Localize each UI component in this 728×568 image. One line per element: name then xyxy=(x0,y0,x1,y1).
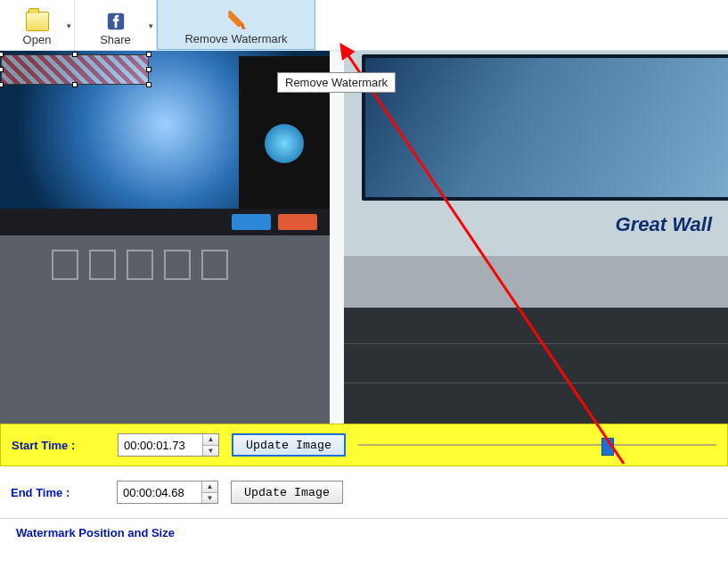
watermark-selection-box[interactable] xyxy=(1,54,149,85)
monitor-brand-text: Great Wall xyxy=(616,213,712,236)
end-time-label: End Time : xyxy=(11,486,104,499)
resize-handle-mr[interactable] xyxy=(146,67,151,72)
open-button[interactable]: Open ▾ xyxy=(0,0,75,50)
time-slider[interactable] xyxy=(358,436,716,454)
start-time-spinner: ▲ ▼ xyxy=(118,433,219,457)
resize-handle-br[interactable] xyxy=(146,82,151,87)
facebook-icon xyxy=(104,12,127,31)
tooltip-remove-watermark: Remove Watermark xyxy=(277,72,396,93)
end-time-down[interactable]: ▼ xyxy=(202,493,217,504)
share-button[interactable]: Share ▾ xyxy=(75,0,157,50)
preview-tile-right: Great Wall xyxy=(344,51,728,424)
start-time-input[interactable] xyxy=(119,434,202,456)
resize-handle-tm[interactable] xyxy=(72,52,78,57)
start-time-label: Start Time : xyxy=(12,439,105,452)
preview-tile-bottom-left xyxy=(0,235,330,424)
remove-watermark-button[interactable]: Remove Watermark xyxy=(157,0,315,50)
end-time-spinner: ▲ ▼ xyxy=(117,481,218,504)
start-time-down[interactable]: ▼ xyxy=(203,446,218,457)
player-logo-icon xyxy=(265,124,304,163)
end-update-image-button[interactable]: Update Image xyxy=(231,481,343,504)
open-label: Open xyxy=(23,33,52,46)
resize-handle-bl[interactable] xyxy=(0,82,4,87)
resize-handle-bm[interactable] xyxy=(72,82,78,87)
start-time-row: Start Time : ▲ ▼ Update Image xyxy=(0,424,728,466)
resize-handle-tl[interactable] xyxy=(0,52,4,57)
resize-handle-tr[interactable] xyxy=(146,52,151,57)
resize-handle-ml[interactable] xyxy=(0,67,4,72)
folder-icon xyxy=(26,12,49,31)
share-label: Share xyxy=(100,33,131,46)
remove-watermark-icon xyxy=(225,11,248,30)
remove-watermark-label: Remove Watermark xyxy=(184,32,287,45)
video-preview[interactable]: Great Wall Remove Watermark xyxy=(0,51,728,424)
end-time-up[interactable]: ▲ xyxy=(202,482,217,493)
share-dropdown-caret[interactable]: ▾ xyxy=(147,18,155,34)
start-update-image-button[interactable]: Update Image xyxy=(232,433,346,457)
section-watermark-position-size: Watermark Position and Size xyxy=(0,518,728,547)
start-time-up[interactable]: ▲ xyxy=(203,434,218,446)
end-time-row: End Time : ▲ ▼ Update Image xyxy=(0,472,728,513)
toolbar: Open ▾ Share ▾ Remove Watermark xyxy=(0,0,728,51)
time-slider-thumb[interactable] xyxy=(601,438,614,456)
end-time-input[interactable] xyxy=(118,482,201,503)
open-dropdown-caret[interactable]: ▾ xyxy=(65,18,73,34)
